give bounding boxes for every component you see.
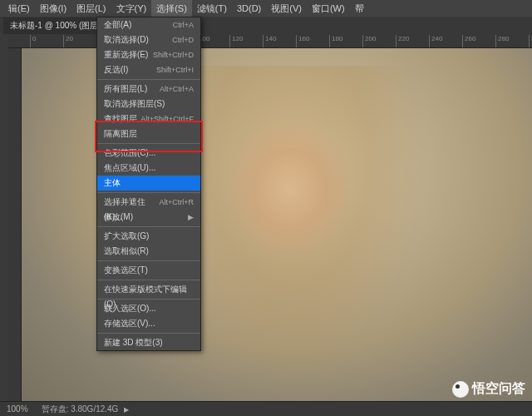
menu-text[interactable]: 文字(Y) bbox=[111, 0, 152, 17]
menu-item-label: 存储选区(V)... bbox=[104, 316, 155, 331]
menu-separator bbox=[97, 143, 200, 144]
chevron-right-icon[interactable]: ▶ bbox=[124, 406, 129, 414]
menu-item-label: 扩大选取(G) bbox=[104, 229, 149, 244]
menu-item[interactable]: 主体 bbox=[97, 176, 200, 191]
menu-item[interactable]: 焦点区域(U)... bbox=[97, 161, 200, 176]
menu-separator bbox=[97, 192, 200, 193]
menu-item-label: 查找图层 bbox=[104, 111, 137, 126]
menu-item[interactable]: 取消选择(D)Ctrl+D bbox=[97, 32, 200, 47]
menu-item-label: 修改(M) bbox=[104, 210, 133, 225]
menu-item-label: 载入选区(O)... bbox=[104, 301, 156, 316]
menu-item[interactable]: 扩大选取(G) bbox=[97, 229, 200, 244]
ruler-tick: 120 bbox=[229, 35, 263, 47]
menu-image[interactable]: 图像(I) bbox=[35, 0, 71, 17]
menu-item-label: 选取相似(R) bbox=[104, 244, 149, 259]
menu-item-label: 取消选择(D) bbox=[104, 32, 149, 47]
ruler-tick: 0 bbox=[30, 35, 63, 47]
ruler-tick: 240 bbox=[429, 35, 462, 47]
menu-item[interactable]: 全部(A)Ctrl+A bbox=[97, 17, 200, 32]
menu-item-label: 焦点区域(U)... bbox=[104, 161, 155, 176]
menu-item-label: 选择并遮住(K)... bbox=[104, 195, 159, 210]
ruler-horizontal: 0204060801001201401601802002202402602803… bbox=[8, 35, 532, 48]
menu-item-label: 重新选择(E) bbox=[104, 47, 148, 62]
menu-item[interactable]: 所有图层(L)Alt+Ctrl+A bbox=[97, 82, 200, 97]
menu-layer[interactable]: 图层(L) bbox=[71, 0, 111, 17]
menu-item-label: 所有图层(L) bbox=[104, 82, 147, 97]
menu-item-label: 隔离图层 bbox=[104, 126, 137, 141]
menu-select[interactable]: 选择(S) bbox=[151, 0, 192, 17]
menu-item-label: 取消选择图层(S) bbox=[104, 97, 165, 111]
menu-item-shortcut: Shift+Ctrl+I bbox=[156, 62, 194, 77]
menu-window[interactable]: 窗口(W) bbox=[307, 0, 350, 17]
menu-item[interactable]: 修改(M)▶ bbox=[97, 210, 200, 225]
menu-item[interactable]: 载入选区(O)... bbox=[97, 301, 200, 316]
menu-item[interactable]: 选择并遮住(K)...Alt+Ctrl+R bbox=[97, 195, 200, 210]
menu-item-shortcut: Shift+Ctrl+D bbox=[153, 47, 194, 62]
wukong-logo-icon bbox=[452, 381, 469, 398]
menu-item[interactable]: 变换选区(T) bbox=[97, 263, 200, 278]
ruler-tick: 160 bbox=[296, 35, 329, 47]
menu-separator bbox=[97, 260, 200, 261]
menu-item-shortcut: Alt+Ctrl+A bbox=[160, 82, 194, 97]
menu-separator bbox=[97, 226, 200, 227]
ruler-tick: 280 bbox=[495, 35, 529, 47]
select-menu-dropdown: 全部(A)Ctrl+A取消选择(D)Ctrl+D重新选择(E)Shift+Ctr… bbox=[96, 17, 201, 351]
menu-item[interactable]: 在快速蒙版模式下编辑(Q) bbox=[97, 282, 200, 297]
menu-item-label: 新建 3D 模型(3) bbox=[104, 335, 163, 350]
menu-item[interactable]: 选取相似(R) bbox=[97, 244, 200, 259]
ruler-tick: 220 bbox=[396, 35, 429, 47]
menu-item[interactable]: 存储选区(V)... bbox=[97, 316, 200, 331]
ruler-tick: 140 bbox=[263, 35, 296, 47]
menu-3d[interactable]: 3D(D) bbox=[232, 0, 266, 17]
menu-item-label: 全部(A) bbox=[104, 17, 131, 32]
toolbar-left bbox=[0, 35, 8, 401]
chevron-right-icon: ▶ bbox=[188, 210, 194, 225]
menubar: 辑(E) 图像(I) 图层(L) 文字(Y) 选择(S) 滤镜(T) 3D(D)… bbox=[0, 0, 532, 17]
watermark-text: 悟空问答 bbox=[472, 380, 525, 398]
ruler-tick: 260 bbox=[462, 35, 495, 47]
storage-info: 暂存盘: 3.80G/12.4G ▶ bbox=[42, 404, 130, 415]
menu-item[interactable]: 查找图层Alt+Shift+Ctrl+F bbox=[97, 111, 200, 126]
ruler-tick: 300 bbox=[529, 35, 532, 47]
menu-item-label: 反选(I) bbox=[104, 62, 128, 77]
menu-view[interactable]: 视图(V) bbox=[266, 0, 307, 17]
menu-item-shortcut: Ctrl+A bbox=[173, 17, 194, 32]
menu-edit[interactable]: 辑(E) bbox=[3, 0, 35, 17]
statusbar: 100% 暂存盘: 3.80G/12.4G ▶ bbox=[0, 401, 532, 416]
menu-help[interactable]: 帮 bbox=[350, 0, 369, 17]
ruler-tick: 180 bbox=[329, 35, 362, 47]
menu-item[interactable]: 反选(I)Shift+Ctrl+I bbox=[97, 62, 200, 77]
document-tab-bar: 未标题-1 @ 100% (图层 1, RGB × bbox=[0, 17, 532, 35]
menu-item-label: 主体 bbox=[104, 176, 121, 191]
watermark: 悟空问答 bbox=[452, 380, 525, 398]
menu-separator bbox=[97, 280, 200, 280]
menu-item-shortcut: Alt+Ctrl+R bbox=[159, 195, 194, 210]
menu-separator bbox=[97, 333, 200, 334]
menu-item-label: 色彩范围(C)... bbox=[104, 146, 155, 161]
zoom-level[interactable]: 100% bbox=[7, 404, 28, 414]
menu-item[interactable]: 新建 3D 模型(3) bbox=[97, 335, 200, 350]
ruler-tick: 100 bbox=[196, 35, 229, 47]
menu-filter[interactable]: 滤镜(T) bbox=[192, 0, 232, 17]
menu-item-label: 变换选区(T) bbox=[104, 263, 148, 278]
menu-item-label: 在快速蒙版模式下编辑(Q) bbox=[104, 282, 194, 297]
menu-item[interactable]: 取消选择图层(S) bbox=[97, 97, 200, 111]
menu-item[interactable]: 色彩范围(C)... bbox=[97, 146, 200, 161]
ruler-vertical bbox=[8, 48, 22, 401]
menu-separator bbox=[97, 79, 200, 80]
menu-item[interactable]: 重新选择(E)Shift+Ctrl+D bbox=[97, 47, 200, 62]
ruler-tick: 20 bbox=[63, 35, 96, 47]
menu-item[interactable]: 隔离图层 bbox=[97, 126, 200, 141]
ruler-tick: 200 bbox=[362, 35, 396, 47]
menu-item-shortcut: Ctrl+D bbox=[172, 32, 194, 47]
menu-item-shortcut: Alt+Shift+Ctrl+F bbox=[140, 111, 194, 126]
